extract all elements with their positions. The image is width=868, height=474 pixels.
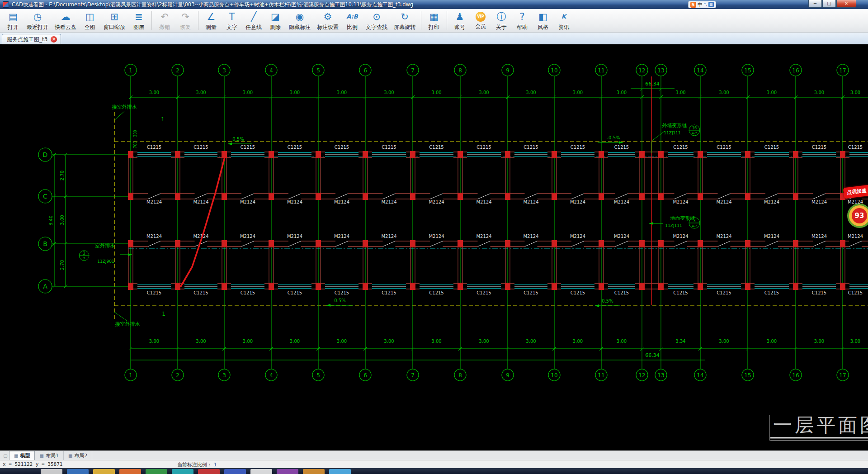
toolbar-full-view-button[interactable]: ◫全图 (80, 10, 100, 32)
cloud-drive-label: 快看云盘 (55, 24, 76, 31)
svg-text:C1215: C1215 (848, 290, 863, 295)
svg-text:M2124: M2124 (193, 199, 208, 204)
toolbar-open-button[interactable]: ▤打开 (3, 10, 24, 32)
svg-text:C1215: C1215 (524, 290, 538, 295)
svg-text:D: D (43, 151, 48, 158)
document-tab[interactable]: 服务点施工图_t3 × (2, 34, 61, 44)
svg-text:C1215: C1215 (429, 290, 443, 295)
svg-text:9: 9 (506, 372, 509, 379)
toolbar-vip-member-button[interactable]: VIP会员 (470, 10, 491, 32)
svg-text:17: 17 (839, 372, 846, 379)
svg-text:M2124: M2124 (673, 234, 688, 239)
toolbar-recent-open-button[interactable]: ◷最近打开 (24, 10, 52, 32)
toolbar-scale-button[interactable]: A:B比例 (342, 10, 363, 32)
drawing-canvas[interactable]: 66.3466.343.003.003.003.003.003.003.003.… (0, 44, 868, 450)
svg-text:11: 11 (598, 67, 604, 74)
toolbar-layers-button[interactable]: ≣图层 (128, 10, 149, 32)
toolbar-text-button[interactable]: T文字 (222, 10, 242, 32)
svg-text:M2124: M2124 (570, 234, 585, 239)
svg-text:17: 17 (839, 67, 846, 74)
tab-layout2[interactable]: ▦ 布局2 (64, 451, 92, 460)
svg-text:1: 1 (129, 372, 132, 379)
axis-dash-lines (128, 157, 868, 249)
toolbar-news-button[interactable]: K资讯 (553, 10, 574, 32)
svg-text:C1215: C1215 (193, 145, 208, 150)
toolbar-annotation-settings-button[interactable]: ⚙标注设置 (314, 10, 342, 32)
toolbar-print-button[interactable]: ▦打印 (424, 10, 444, 32)
toolbar-about-button[interactable]: ⓘ关于 (491, 10, 512, 32)
taskbar-item[interactable] (41, 469, 62, 474)
svg-text:C1215: C1215 (335, 290, 349, 295)
toolbar-style-button[interactable]: ◧风格 (533, 10, 553, 32)
tab-model[interactable]: ▦ 模型 (9, 451, 35, 460)
minimize-button[interactable]: ─ (808, 0, 822, 8)
windows-taskbar[interactable] (0, 468, 868, 474)
svg-text:3.00: 3.00 (149, 339, 159, 344)
toolbar-hide-annotation-button[interactable]: ◉隐藏标注 (286, 10, 314, 32)
tab-close-icon[interactable]: × (51, 36, 57, 43)
taskbar-item[interactable] (146, 469, 167, 474)
close-button[interactable]: × (836, 0, 856, 8)
taskbar-item[interactable] (224, 469, 246, 474)
svg-text:M2124: M2124 (429, 199, 444, 204)
svg-text:3.00: 3.00 (675, 90, 685, 95)
toolbar-help-button[interactable]: ?帮助 (512, 10, 533, 32)
full-view-label: 全图 (85, 24, 95, 31)
taskbar-item[interactable] (119, 469, 141, 474)
svg-text:接室外排水: 接室外排水 (115, 321, 140, 327)
taskbar-item[interactable] (303, 469, 325, 474)
style-icon: ◧ (538, 11, 547, 23)
svg-text:11: 11 (598, 372, 604, 379)
toolbar-measure-button[interactable]: ∠测量 (201, 10, 222, 32)
svg-text:C1215: C1215 (382, 145, 396, 150)
maximize-button[interactable]: □ (822, 0, 836, 8)
svg-text:B: B (43, 240, 47, 247)
ime-punctuation-icon[interactable]: °, (704, 2, 707, 7)
toolbar-window-zoom-button[interactable]: ⊞窗口缩放 (100, 10, 128, 32)
toolbar-free-line-button[interactable]: ╱任意线 (242, 10, 265, 32)
svg-text:10: 10 (551, 67, 557, 74)
hide-annotation-icon: ◉ (296, 11, 304, 23)
svg-text:3.00: 3.00 (814, 90, 824, 95)
app-logo-icon (3, 1, 9, 8)
title-bar[interactable]: CAD快速看图 - E:\Documents\Desktop\泗溪风景区计量资料… (0, 0, 868, 9)
layers-icon: ≣ (135, 11, 143, 23)
taskbar-item[interactable] (329, 469, 351, 474)
svg-text:M2124: M2124 (240, 199, 255, 204)
taskbar-item[interactable] (250, 469, 272, 474)
sogou-input-icon[interactable]: S (690, 2, 696, 8)
svg-text:C: C (43, 193, 47, 200)
promo-wreath-badge[interactable]: 93 (847, 204, 868, 228)
toolbar-delete-button[interactable]: ◪删除 (265, 10, 286, 32)
svg-text:9: 9 (506, 67, 509, 74)
tab-layout1[interactable]: ▦ 布局1 (35, 451, 63, 460)
taskbar-item[interactable] (93, 469, 115, 474)
taskbar-item[interactable] (172, 469, 193, 474)
svg-text:3.00: 3.00 (617, 90, 627, 95)
taskbar-item[interactable] (198, 469, 220, 474)
svg-text:3.00: 3.00 (814, 339, 824, 344)
svg-text:16: 16 (792, 67, 799, 74)
svg-text:C1215: C1215 (614, 290, 629, 295)
toolbar-cloud-drive-button[interactable]: ☁快看云盘 (52, 10, 80, 32)
svg-text:M2124: M2124 (570, 199, 585, 204)
svg-text:8: 8 (458, 372, 462, 379)
cad-floor-plan-svg[interactable]: 66.3466.343.003.003.003.003.003.003.003.… (0, 44, 868, 450)
taskbar-item[interactable] (67, 469, 89, 474)
taskbar-item[interactable] (277, 469, 298, 474)
svg-text:C1215: C1215 (571, 290, 585, 295)
document-tab-bar: 服务点施工图_t3 × (0, 33, 868, 44)
svg-text:M2124: M2124 (476, 234, 491, 239)
svg-text:1: 1 (162, 311, 165, 317)
ime-mode-indicator[interactable]: 中 (698, 1, 703, 8)
news-label: 资讯 (558, 24, 569, 31)
ime-keyboard-icon[interactable]: ▦ (708, 2, 714, 7)
input-method-bar[interactable]: S 中 °, ▦ (688, 1, 716, 8)
svg-text:3.00: 3.00 (850, 339, 860, 344)
svg-text:3.00: 3.00 (60, 215, 65, 225)
toolbar-text-search-button[interactable]: ⊙文字查找 (363, 10, 391, 32)
toolbar-account-button[interactable]: ♟账号 (449, 10, 470, 32)
delete-label: 删除 (270, 24, 281, 31)
svg-text:2: 2 (176, 372, 179, 379)
toolbar-screen-rotate-button[interactable]: ↻屏幕旋转 (391, 10, 419, 32)
